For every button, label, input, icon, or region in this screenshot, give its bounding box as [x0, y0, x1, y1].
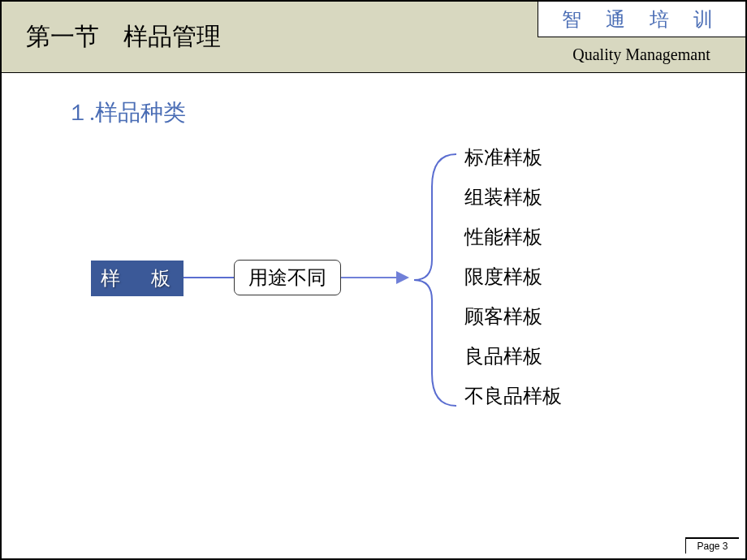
header-right: 智 通 培 训 Quality Managemant	[538, 2, 745, 72]
item-6: 不良品样板	[464, 383, 562, 409]
subtitle: １.样品种类	[67, 97, 745, 128]
page-number: Page 3	[685, 537, 739, 554]
item-5: 良品样板	[464, 343, 562, 369]
brand-name: 智 通 培 训	[538, 2, 745, 37]
slide: 第一节 样品管理 智 通 培 训 Quality Managemant １.样品…	[2, 2, 745, 558]
item-3: 限度样板	[464, 264, 562, 290]
middle-box: 用途不同	[234, 260, 341, 295]
diagram: 样 板 用途不同 标准样板 组装样板 性能样板 限度样板 顾客样板 良品样板 不…	[2, 154, 745, 495]
item-0: 标准样板	[464, 144, 562, 170]
connector-line-2	[341, 277, 402, 278]
item-4: 顾客样板	[464, 304, 562, 330]
brand-subtitle: Quality Managemant	[538, 37, 745, 72]
connector-line-1	[184, 277, 234, 278]
item-2: 性能样板	[464, 224, 562, 250]
brace-icon	[408, 146, 464, 414]
item-1: 组装样板	[464, 184, 562, 210]
items-list: 标准样板 组装样板 性能样板 限度样板 顾客样板 良品样板 不良品样板	[464, 144, 562, 409]
header: 第一节 样品管理 智 通 培 训 Quality Managemant	[2, 2, 745, 73]
content: １.样品种类 样 板 用途不同 标准样板 组装样板 性能样板 限度样板 顾客样板…	[2, 73, 745, 128]
section-title: 第一节 样品管理	[2, 2, 538, 72]
root-box: 样 板	[91, 261, 184, 296]
